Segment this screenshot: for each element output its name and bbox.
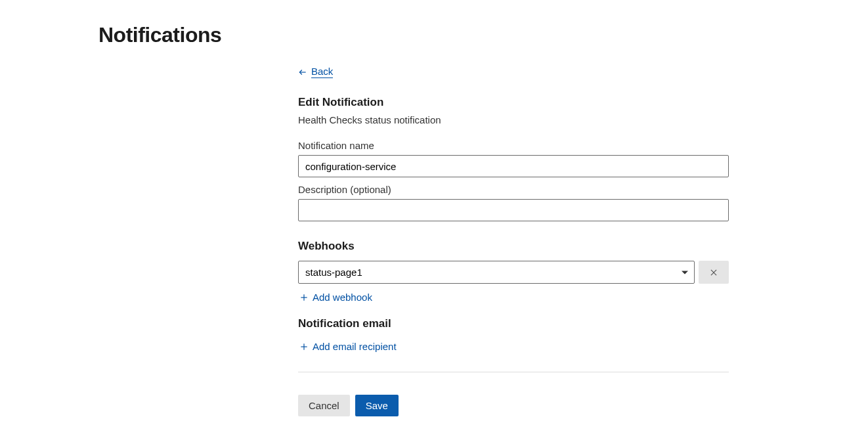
add-email-label: Add email recipient [313,341,397,352]
arrow-left-icon [298,68,307,77]
save-button[interactable]: Save [355,395,399,416]
form-actions: Cancel Save [298,395,729,416]
close-icon [709,268,718,277]
notification-name-input[interactable] [298,155,729,177]
edit-notification-panel: Back Edit Notification Health Checks sta… [298,66,729,416]
divider [298,372,729,372]
page-title: Notifications [98,23,868,47]
add-webhook-button[interactable]: Add webhook [299,289,372,305]
webhook-select[interactable]: status-page1 [298,261,695,284]
webhook-row: status-page1 [298,261,729,284]
form-subtitle: Health Checks status notification [298,114,729,125]
add-webhook-label: Add webhook [313,292,372,303]
remove-webhook-button[interactable] [699,261,729,284]
email-heading: Notification email [298,317,729,330]
description-input[interactable] [298,199,729,221]
description-label: Description (optional) [298,184,729,195]
notification-name-label: Notification name [298,140,729,151]
form-heading: Edit Notification [298,96,729,109]
cancel-button[interactable]: Cancel [298,395,350,416]
plus-icon [299,342,309,351]
back-link-label: Back [311,66,333,78]
webhooks-heading: Webhooks [298,240,729,253]
plus-icon [299,293,309,302]
add-email-button[interactable]: Add email recipient [299,338,397,355]
webhook-select-wrap: status-page1 [298,261,695,284]
back-link[interactable]: Back [298,66,333,79]
